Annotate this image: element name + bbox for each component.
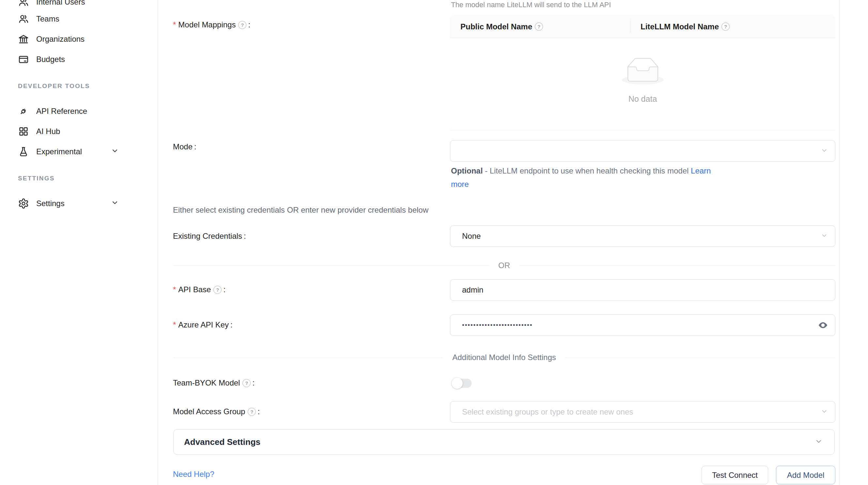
required-asterisk: * xyxy=(173,21,176,29)
sidebar-item-label: Settings xyxy=(36,199,65,208)
help-question-icon[interactable]: ? xyxy=(535,23,543,31)
toggle-knob xyxy=(452,378,463,389)
content-right-divider xyxy=(839,0,840,485)
required-asterisk: * xyxy=(173,286,176,294)
sidebar-item-settings[interactable]: Settings xyxy=(0,196,158,212)
mode-help-text-line2: more xyxy=(451,181,830,188)
learn-more-link[interactable]: Learn xyxy=(691,166,711,175)
model-mappings-table: Public Model Name ? LiteLLM Model Name ? xyxy=(450,15,835,130)
sidebar-item-label: AI Hub xyxy=(36,127,60,136)
sidebar-item-ai-hub[interactable]: Experimental AI Hub xyxy=(0,124,158,139)
eye-icon[interactable] xyxy=(817,320,829,331)
sidebar-item-organizations[interactable]: Organizations xyxy=(0,31,158,47)
sidebar-item-internal-users[interactable]: Internal Users xyxy=(0,0,158,9)
flask-icon xyxy=(18,146,29,157)
column-header-litellm-model-name: LiteLLM Model Name ? xyxy=(630,22,730,31)
help-question-icon[interactable]: ? xyxy=(213,286,222,294)
existing-credentials-select[interactable]: None xyxy=(450,225,835,247)
grid-icon xyxy=(18,126,29,137)
sidebar: Internal Users Teams Organizations Budge… xyxy=(0,0,158,485)
chevron-down-icon xyxy=(815,438,823,447)
sidebar-item-experimental[interactable]: Experimental xyxy=(0,144,158,160)
azure-api-key-field[interactable]: ••••••••••••••••••••••••• xyxy=(450,315,835,336)
chevron-down-icon xyxy=(821,147,828,155)
help-question-icon[interactable]: ? xyxy=(248,408,256,416)
plug-icon xyxy=(18,106,29,117)
add-model-button[interactable]: Add Model xyxy=(776,466,835,484)
sidebar-item-teams[interactable]: Teams xyxy=(0,11,158,27)
existing-credentials-label: Existing Credentials : xyxy=(173,232,246,241)
team-byok-label: Team-BYOK Model ? : xyxy=(173,378,254,387)
azure-api-key-label: * Azure API Key : xyxy=(173,320,232,329)
model-access-group-label: Model Access Group ? : xyxy=(173,407,260,416)
empty-state: No data xyxy=(450,58,835,104)
help-question-icon[interactable]: ? xyxy=(243,379,251,387)
model-access-group-select[interactable]: Select existing groups or type to create… xyxy=(450,401,835,423)
api-base-field xyxy=(450,279,835,301)
sidebar-section-developer-tools: DEVELOPER TOOLS xyxy=(18,83,90,90)
sidebar-item-label: Experimental xyxy=(36,147,82,156)
team-byok-toggle[interactable] xyxy=(453,379,471,388)
required-asterisk: * xyxy=(173,321,176,329)
sidebar-item-label: Teams xyxy=(36,14,59,24)
help-question-icon[interactable]: ? xyxy=(238,21,246,29)
model-name-note: The model name LiteLLM will send to the … xyxy=(451,1,611,9)
credit-card-icon xyxy=(18,54,29,65)
or-divider: OR xyxy=(173,261,835,270)
table-header: Public Model Name ? LiteLLM Model Name ? xyxy=(450,15,835,38)
chevron-down-icon xyxy=(821,408,828,416)
test-connect-button[interactable]: Test Connect xyxy=(702,466,768,484)
need-help-link[interactable]: Need Help? xyxy=(173,470,214,479)
masked-api-key: ••••••••••••••••••••••••• xyxy=(450,322,532,329)
empty-inbox-icon xyxy=(622,58,664,85)
sidebar-item-label: Organizations xyxy=(36,35,85,44)
model-mappings-label: * Model Mappings ? : xyxy=(173,20,250,29)
sidebar-section-settings: SETTINGS xyxy=(18,175,55,182)
learn-more-link[interactable]: more xyxy=(451,180,469,189)
mode-help-text: Optional - LiteLLM endpoint to use when … xyxy=(451,167,830,175)
sidebar-item-budgets[interactable]: Budgets xyxy=(0,52,158,67)
no-data-text: No data xyxy=(450,94,835,104)
advanced-settings-panel[interactable]: Advanced Settings xyxy=(173,429,835,455)
mode-select[interactable] xyxy=(450,140,835,162)
help-question-icon[interactable]: ? xyxy=(721,23,730,31)
sidebar-item-label: Budgets xyxy=(36,55,65,64)
sidebar-item-label: API Reference xyxy=(36,107,87,116)
users-icon xyxy=(18,13,29,25)
bank-icon xyxy=(18,34,29,45)
credentials-note: Either select existing credentials OR en… xyxy=(173,205,429,215)
chevron-down-icon xyxy=(111,199,119,208)
advanced-settings-title: Advanced Settings xyxy=(184,437,260,447)
sidebar-item-label: Internal Users xyxy=(36,0,85,6)
column-header-public-model-name: Public Model Name ? xyxy=(450,22,630,31)
api-base-label: * API Base ? : xyxy=(173,285,225,294)
api-base-input[interactable] xyxy=(450,285,835,294)
chevron-down-icon xyxy=(111,147,119,157)
chevron-down-icon xyxy=(821,232,828,240)
sidebar-item-api-reference[interactable]: API Reference xyxy=(0,103,158,119)
column-divider xyxy=(630,20,630,33)
mode-label: Mode : xyxy=(173,142,196,151)
gear-icon xyxy=(18,198,29,209)
select-placeholder: Select existing groups or type to create… xyxy=(450,408,633,417)
users-icon xyxy=(18,0,29,7)
add-model-page: Internal Users Teams Organizations Budge… xyxy=(0,0,868,485)
additional-settings-divider: Additional Model Info Settings xyxy=(173,353,835,362)
